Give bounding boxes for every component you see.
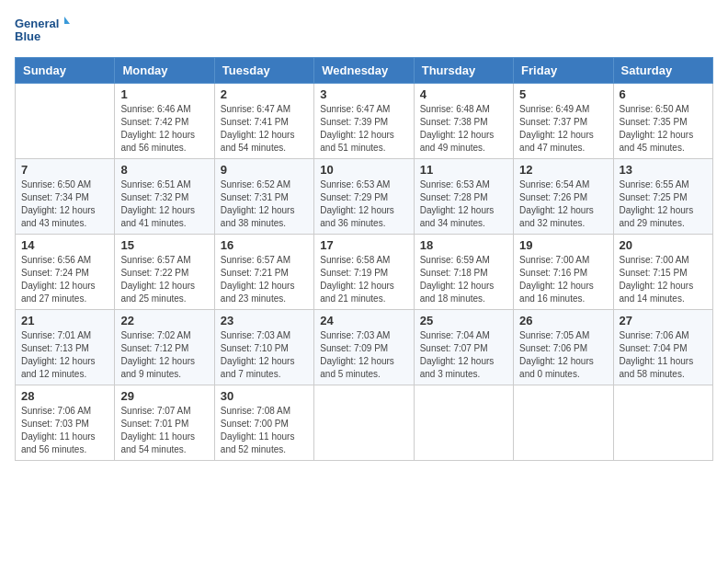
cell-content: Sunrise: 6:55 AM Sunset: 7:25 PM Dayligh… [620,178,707,230]
calendar-cell: 9Sunrise: 6:52 AM Sunset: 7:31 PM Daylig… [214,159,313,235]
svg-marker-2 [64,17,70,24]
calendar-cell: 1Sunrise: 6:46 AM Sunset: 7:42 PM Daylig… [115,84,214,159]
calendar-cell: 5Sunrise: 6:49 AM Sunset: 7:37 PM Daylig… [514,84,613,159]
weekday-header-row: SundayMondayTuesdayWednesdayThursdayFrid… [16,58,713,84]
cell-content: Sunrise: 7:00 AM Sunset: 7:16 PM Dayligh… [519,254,607,305]
cell-content: Sunrise: 7:03 AM Sunset: 7:09 PM Dayligh… [320,329,407,381]
day-number: 24 [320,314,407,327]
cell-content: Sunrise: 6:51 AM Sunset: 7:32 PM Dayligh… [120,178,208,230]
cell-content: Sunrise: 6:52 AM Sunset: 7:31 PM Dayligh… [221,178,308,230]
day-number: 23 [221,314,308,327]
calendar-cell: 25Sunrise: 7:04 AM Sunset: 7:07 PM Dayli… [414,310,513,385]
calendar: SundayMondayTuesdayWednesdayThursdayFrid… [15,57,713,461]
cell-content: Sunrise: 7:07 AM Sunset: 7:01 PM Dayligh… [120,405,208,456]
day-number: 2 [221,87,308,101]
cell-content: Sunrise: 6:58 AM Sunset: 7:19 PM Dayligh… [320,254,407,305]
calendar-cell: 13Sunrise: 6:55 AM Sunset: 7:25 PM Dayli… [613,159,712,235]
cell-content: Sunrise: 7:06 AM Sunset: 7:04 PM Dayligh… [620,329,707,381]
svg-text:Blue: Blue [15,29,40,43]
cell-content: Sunrise: 6:53 AM Sunset: 7:28 PM Dayligh… [420,178,507,230]
day-number: 6 [620,87,707,101]
logo-svg: General Blue [15,15,70,46]
calendar-cell: 2Sunrise: 6:47 AM Sunset: 7:41 PM Daylig… [214,84,313,159]
calendar-cell [514,385,613,461]
weekday-header: Wednesday [314,58,414,84]
day-number: 19 [519,238,607,252]
calendar-cell: 15Sunrise: 6:57 AM Sunset: 7:22 PM Dayli… [115,235,214,310]
weekday-header: Sunday [16,58,115,84]
calendar-cell: 10Sunrise: 6:53 AM Sunset: 7:29 PM Dayli… [314,159,414,235]
calendar-cell: 4Sunrise: 6:48 AM Sunset: 7:38 PM Daylig… [414,84,513,159]
calendar-cell: 19Sunrise: 7:00 AM Sunset: 7:16 PM Dayli… [514,235,613,310]
calendar-cell: 30Sunrise: 7:08 AM Sunset: 7:00 PM Dayli… [214,385,313,461]
calendar-cell: 17Sunrise: 6:58 AM Sunset: 7:19 PM Dayli… [314,235,414,310]
calendar-cell: 29Sunrise: 7:07 AM Sunset: 7:01 PM Dayli… [115,385,214,461]
day-number: 22 [120,314,208,327]
calendar-cell [16,84,115,159]
calendar-cell: 8Sunrise: 6:51 AM Sunset: 7:32 PM Daylig… [115,159,214,235]
weekday-header: Friday [514,58,613,84]
cell-content: Sunrise: 6:49 AM Sunset: 7:37 PM Dayligh… [519,103,607,155]
day-number: 20 [620,238,707,252]
day-number: 9 [221,163,308,177]
day-number: 18 [420,238,507,252]
cell-content: Sunrise: 7:01 AM Sunset: 7:13 PM Dayligh… [21,329,108,381]
weekday-header: Thursday [414,58,513,84]
cell-content: Sunrise: 7:04 AM Sunset: 7:07 PM Dayligh… [420,329,507,381]
cell-content: Sunrise: 7:08 AM Sunset: 7:00 PM Dayligh… [221,405,308,456]
day-number: 1 [120,87,208,101]
logo: General Blue [15,15,70,46]
calendar-week-row: 1Sunrise: 6:46 AM Sunset: 7:42 PM Daylig… [16,84,713,159]
cell-content: Sunrise: 7:02 AM Sunset: 7:12 PM Dayligh… [120,329,208,381]
cell-content: Sunrise: 7:00 AM Sunset: 7:15 PM Dayligh… [620,254,707,305]
day-number: 16 [221,238,308,252]
day-number: 10 [320,163,407,177]
calendar-cell: 21Sunrise: 7:01 AM Sunset: 7:13 PM Dayli… [16,310,115,385]
cell-content: Sunrise: 6:48 AM Sunset: 7:38 PM Dayligh… [420,103,507,155]
calendar-cell: 12Sunrise: 6:54 AM Sunset: 7:26 PM Dayli… [514,159,613,235]
calendar-week-row: 21Sunrise: 7:01 AM Sunset: 7:13 PM Dayli… [16,310,713,385]
cell-content: Sunrise: 6:54 AM Sunset: 7:26 PM Dayligh… [519,178,607,230]
day-number: 29 [120,389,208,403]
cell-content: Sunrise: 7:03 AM Sunset: 7:10 PM Dayligh… [221,329,308,381]
calendar-week-row: 28Sunrise: 7:06 AM Sunset: 7:03 PM Dayli… [16,385,713,461]
calendar-cell: 18Sunrise: 6:59 AM Sunset: 7:18 PM Dayli… [414,235,513,310]
cell-content: Sunrise: 6:50 AM Sunset: 7:34 PM Dayligh… [21,178,108,230]
day-number: 15 [120,238,208,252]
calendar-cell: 14Sunrise: 6:56 AM Sunset: 7:24 PM Dayli… [16,235,115,310]
day-number: 30 [221,389,308,403]
calendar-week-row: 14Sunrise: 6:56 AM Sunset: 7:24 PM Dayli… [16,235,713,310]
day-number: 12 [519,163,607,177]
day-number: 21 [21,314,108,327]
cell-content: Sunrise: 6:47 AM Sunset: 7:41 PM Dayligh… [221,103,308,155]
calendar-cell [613,385,712,461]
cell-content: Sunrise: 6:56 AM Sunset: 7:24 PM Dayligh… [21,254,108,305]
day-number: 5 [519,87,607,101]
cell-content: Sunrise: 6:53 AM Sunset: 7:29 PM Dayligh… [320,178,407,230]
cell-content: Sunrise: 7:05 AM Sunset: 7:06 PM Dayligh… [519,329,607,381]
cell-content: Sunrise: 6:59 AM Sunset: 7:18 PM Dayligh… [420,254,507,305]
cell-content: Sunrise: 6:46 AM Sunset: 7:42 PM Dayligh… [120,103,208,155]
calendar-cell: 16Sunrise: 6:57 AM Sunset: 7:21 PM Dayli… [214,235,313,310]
day-number: 3 [320,87,407,101]
day-number: 14 [21,238,108,252]
cell-content: Sunrise: 7:06 AM Sunset: 7:03 PM Dayligh… [21,405,108,456]
day-number: 26 [519,314,607,327]
day-number: 8 [120,163,208,177]
day-number: 25 [420,314,507,327]
cell-content: Sunrise: 6:50 AM Sunset: 7:35 PM Dayligh… [620,103,707,155]
calendar-cell [314,385,414,461]
cell-content: Sunrise: 6:57 AM Sunset: 7:21 PM Dayligh… [221,254,308,305]
calendar-cell: 26Sunrise: 7:05 AM Sunset: 7:06 PM Dayli… [514,310,613,385]
day-number: 4 [420,87,507,101]
calendar-cell [414,385,513,461]
day-number: 28 [21,389,108,403]
day-number: 17 [320,238,407,252]
calendar-cell: 20Sunrise: 7:00 AM Sunset: 7:15 PM Dayli… [613,235,712,310]
calendar-cell: 6Sunrise: 6:50 AM Sunset: 7:35 PM Daylig… [613,84,712,159]
calendar-cell: 7Sunrise: 6:50 AM Sunset: 7:34 PM Daylig… [16,159,115,235]
calendar-cell: 23Sunrise: 7:03 AM Sunset: 7:10 PM Dayli… [214,310,313,385]
svg-text:General: General [15,17,59,30]
day-number: 13 [620,163,707,177]
calendar-cell: 22Sunrise: 7:02 AM Sunset: 7:12 PM Dayli… [115,310,214,385]
